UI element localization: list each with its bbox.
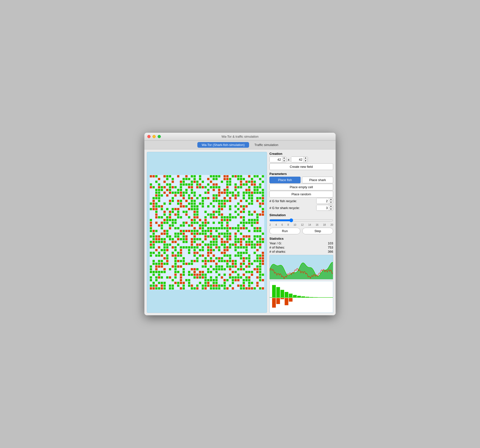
fish-recycle-input[interactable] [316, 198, 329, 204]
close-button[interactable] [147, 135, 151, 138]
tab-wator[interactable]: Wa-Tor (Shark-fish-simulation) [197, 142, 249, 148]
fishes-label: # of fishes: [269, 246, 285, 249]
width-down[interactable]: ▼ [282, 159, 286, 162]
height-spinners: ▲ ▼ [303, 157, 308, 162]
simulation-area[interactable] [147, 152, 267, 313]
sharks-label: # of sharks: [269, 250, 286, 253]
creation-title: Creation [269, 152, 333, 156]
tab-traffic[interactable]: Traffic simulation [250, 142, 283, 148]
grid-canvas[interactable] [150, 175, 264, 290]
sharks-row: # of sharks: 366 [269, 250, 333, 253]
place-shark-button[interactable]: Place shark [302, 177, 333, 183]
population-chart [269, 255, 333, 279]
step-button[interactable]: Step [302, 228, 333, 234]
create-field-button[interactable]: Create new field [269, 163, 333, 170]
dimension-row: ▲ ▼ x ▲ ▼ [269, 157, 333, 162]
shark-recycle-up[interactable]: ▲ [329, 205, 333, 208]
parameters-title: Parameters [269, 172, 333, 176]
year-value: 103 [328, 241, 333, 245]
width-spinners: ▲ ▼ [282, 157, 286, 162]
run-step-row: Run Step [269, 228, 333, 234]
window-title: Wa-Tor & traffic simulation [222, 135, 259, 138]
parameters-section: Parameters Place fish Place shark Place … [269, 172, 333, 212]
maximize-button[interactable] [158, 135, 161, 138]
year-row: Year / G: 103 [269, 241, 333, 245]
sidebar: Creation ▲ ▼ x ▲ ▼ [269, 152, 333, 313]
fish-recycle-up[interactable]: ▲ [329, 198, 333, 201]
population-chart-canvas [270, 255, 333, 279]
fish-recycle-label: # G for fish recycle: [269, 199, 297, 203]
speed-slider[interactable] [269, 218, 333, 222]
tab-bar: Wa-Tor (Shark-fish-simulation) Traffic s… [144, 141, 336, 149]
run-button[interactable]: Run [269, 228, 300, 234]
place-random-button[interactable]: Place random [269, 191, 333, 198]
sharks-value: 366 [328, 250, 333, 253]
place-empty-button[interactable]: Place empty cell [269, 184, 333, 190]
statistics-title: Statistics [269, 237, 333, 240]
dimension-separator: x [288, 158, 290, 161]
shark-recycle-input[interactable] [316, 205, 329, 211]
fish-recycle-spinners: ▲ ▼ [329, 198, 333, 204]
minimize-button[interactable] [152, 135, 156, 138]
simulation-section: Simulation 2 4 6 8 10 12 14 16 18 20 [269, 213, 333, 234]
age-chart-canvas [270, 281, 333, 313]
width-input[interactable] [270, 157, 282, 162]
height-input-wrap: ▲ ▼ [291, 157, 308, 162]
creation-section: Creation ▲ ▼ x ▲ ▼ [269, 152, 333, 171]
fish-recycle-down[interactable]: ▼ [329, 201, 333, 204]
titlebar: Wa-Tor & traffic simulation [144, 133, 336, 141]
height-down[interactable]: ▼ [304, 159, 308, 162]
fishes-row: # of fishes: 753 [269, 246, 333, 249]
main-window: Wa-Tor & traffic simulation Wa-Tor (Shar… [144, 133, 336, 315]
shark-recycle-down[interactable]: ▼ [329, 208, 333, 211]
slider-labels: 2 4 6 8 10 12 14 16 18 20 [269, 224, 333, 226]
place-fish-shark-row: Place fish Place shark [269, 177, 333, 183]
place-fish-button[interactable]: Place fish [269, 177, 301, 183]
fish-recycle-row: # G for fish recycle: ▲ ▼ [269, 198, 333, 204]
age-chart [269, 281, 333, 313]
shark-recycle-wrap: ▲ ▼ [316, 205, 333, 211]
shark-recycle-spinners: ▲ ▼ [329, 205, 333, 211]
shark-recycle-label: # G for shark recycle: [269, 206, 300, 210]
height-up[interactable]: ▲ [304, 157, 308, 159]
main-content: Creation ▲ ▼ x ▲ ▼ [144, 149, 336, 315]
simulation-title: Simulation [269, 213, 333, 217]
window-controls [147, 135, 161, 138]
width-up[interactable]: ▲ [282, 157, 286, 159]
width-input-wrap: ▲ ▼ [269, 157, 286, 162]
statistics-section: Statistics Year / G: 103 # of fishes: 75… [269, 237, 333, 313]
fishes-value: 753 [328, 246, 333, 249]
shark-recycle-row: # G for shark recycle: ▲ ▼ [269, 205, 333, 211]
fish-recycle-wrap: ▲ ▼ [316, 198, 333, 204]
speed-slider-wrap: 2 4 6 8 10 12 14 16 18 20 [269, 218, 333, 226]
year-label: Year / G: [269, 241, 282, 245]
height-input[interactable] [291, 157, 303, 162]
